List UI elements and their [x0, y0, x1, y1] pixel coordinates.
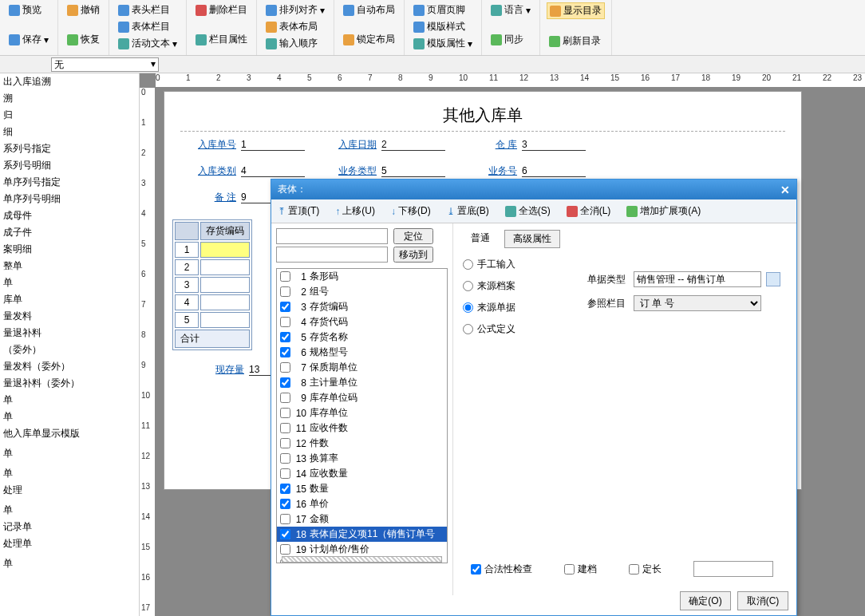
bottom-button[interactable]: ⤓置底(B): [444, 203, 492, 219]
field-item[interactable]: 6规格型号: [277, 345, 447, 360]
field-item[interactable]: 3存货编码: [277, 299, 447, 314]
cancel-button[interactable]: 取消(C): [737, 591, 788, 610]
field-checkbox[interactable]: [280, 286, 290, 297]
fixed-len-input[interactable]: [693, 561, 773, 577]
row-num[interactable]: 3: [175, 277, 199, 293]
sidebar-item[interactable]: 量退补料（委外）: [0, 375, 139, 392]
sidebar-item[interactable]: （委外）: [0, 342, 139, 358]
sidebar-item[interactable]: 细: [0, 124, 139, 140]
sidebar-item[interactable]: 单序列号明细: [0, 191, 139, 207]
field-item[interactable]: 7保质期单位: [277, 360, 447, 375]
field-item[interactable]: 9库存单位码: [277, 390, 447, 405]
radio-manual[interactable]: 手工输入: [463, 258, 787, 271]
input-order-button[interactable]: 输入顺序: [263, 36, 327, 51]
moveto-button[interactable]: 移动到: [393, 247, 433, 263]
sidebar-item[interactable]: 系列号指定: [0, 140, 139, 157]
sidebar-item[interactable]: 单: [0, 274, 139, 291]
field-checkbox[interactable]: [280, 499, 290, 509]
sidebar-item[interactable]: 单: [0, 465, 139, 482]
tab-normal[interactable]: 普通: [463, 230, 498, 248]
clear-all-button[interactable]: 全消(L): [563, 203, 614, 219]
field-item[interactable]: 2组号: [277, 284, 447, 299]
sidebar-item[interactable]: 归: [0, 107, 139, 124]
sidebar-item[interactable]: 量退补料: [0, 325, 139, 342]
field-value[interactable]: 6: [522, 165, 586, 177]
field-item[interactable]: 13换算率: [277, 451, 447, 466]
show-toc-button[interactable]: 显示目录: [547, 2, 605, 19]
row-num[interactable]: 2: [175, 259, 199, 275]
field-checkbox[interactable]: [280, 468, 290, 479]
table-cell[interactable]: [200, 312, 250, 328]
ref-col-select[interactable]: 订 单 号: [634, 295, 761, 311]
sidebar-item[interactable]: 处理: [0, 482, 139, 499]
add-ext-button[interactable]: 增加扩展项(A): [623, 203, 704, 219]
field-checkbox[interactable]: [280, 544, 290, 555]
sidebar-item[interactable]: 量发料（委外）: [0, 358, 139, 375]
sidebar-item[interactable]: 单: [0, 555, 139, 572]
validity-check[interactable]: 合法性检查: [471, 563, 532, 576]
lookup-icon[interactable]: [766, 272, 780, 286]
field-checkbox[interactable]: [280, 347, 290, 357]
field-checkbox[interactable]: [280, 302, 290, 312]
up-button[interactable]: ↑上移(U): [332, 203, 378, 219]
sidebar-item[interactable]: 他入库单显示模版: [0, 425, 139, 442]
undo-button[interactable]: 撤销: [65, 2, 102, 18]
save-button[interactable]: 保存 ▾: [6, 32, 51, 47]
resize-handle[interactable]: [282, 556, 442, 563]
table-cell[interactable]: [200, 259, 250, 275]
row-num[interactable]: 1: [175, 242, 199, 258]
field-item[interactable]: 14应收数量: [277, 466, 447, 481]
ok-button[interactable]: 确定(O): [680, 591, 731, 610]
sidebar-item[interactable]: 单: [0, 445, 139, 462]
sidebar-item[interactable]: 单序列号指定: [0, 174, 139, 191]
field-item[interactable]: 12件数: [277, 436, 447, 451]
field-checkbox[interactable]: [280, 393, 290, 403]
style-dropdown[interactable]: 无▾: [51, 57, 159, 72]
sidebar-item[interactable]: 出入库追溯: [0, 73, 139, 90]
tab-advanced[interactable]: 高级属性: [504, 230, 560, 248]
sidebar-item[interactable]: 单: [0, 392, 139, 409]
field-item[interactable]: 10库存单位: [277, 405, 447, 421]
field-item[interactable]: 8主计量单位: [277, 375, 447, 390]
header-col-button[interactable]: 表头栏目: [116, 2, 180, 18]
active-text-button[interactable]: 活动文本 ▾: [116, 36, 180, 51]
field-value[interactable]: 2: [381, 139, 445, 151]
header-footer-button[interactable]: 页眉页脚: [411, 2, 475, 18]
field-list[interactable]: 1条形码2组号3存货编码4存货代码5存货名称6规格型号7保质期单位8主计量单位9…: [276, 268, 448, 563]
sidebar-item[interactable]: 单: [0, 409, 139, 425]
table-cell[interactable]: [200, 277, 250, 293]
field-value[interactable]: 5: [381, 165, 445, 177]
sidebar-item[interactable]: 整单: [0, 258, 139, 274]
dialog-titlebar[interactable]: 表体： ✕: [271, 180, 796, 199]
down-button[interactable]: ↓下移(D): [388, 203, 434, 219]
sync-button[interactable]: 同步: [488, 32, 533, 47]
tmpl-style-button[interactable]: 模版样式: [411, 19, 475, 34]
field-checkbox[interactable]: [280, 514, 290, 524]
language-button[interactable]: 语言 ▾: [488, 2, 533, 18]
field-checkbox[interactable]: [280, 271, 290, 282]
field-checkbox[interactable]: [280, 408, 290, 418]
lock-layout-button[interactable]: 锁定布局: [341, 32, 397, 47]
field-value[interactable]: 4: [241, 165, 305, 177]
moveto-input[interactable]: [276, 247, 388, 263]
field-checkbox[interactable]: [280, 423, 290, 433]
locate-input[interactable]: [276, 228, 388, 244]
restore-button[interactable]: 恢复: [65, 32, 102, 47]
bill-type-input[interactable]: [634, 271, 761, 287]
sidebar-item[interactable]: 库单: [0, 291, 139, 308]
del-col-button[interactable]: 删除栏目: [193, 2, 250, 18]
field-item[interactable]: 5存货名称: [277, 330, 447, 345]
field-item[interactable]: 1条形码: [277, 269, 447, 284]
field-item[interactable]: 16单价: [277, 496, 447, 511]
col-props-button[interactable]: 栏目属性: [193, 32, 250, 47]
select-all-button[interactable]: 全选(S): [502, 203, 554, 219]
field-item[interactable]: 17金额: [277, 511, 447, 527]
locate-button[interactable]: 定位: [393, 228, 433, 244]
field-item[interactable]: 4存货代码: [277, 314, 447, 330]
row-num[interactable]: 4: [175, 294, 199, 310]
archive-check[interactable]: 建档: [564, 563, 597, 576]
table-cell[interactable]: [200, 242, 250, 258]
field-checkbox[interactable]: [280, 332, 290, 342]
radio-formula[interactable]: 公式定义: [463, 322, 787, 336]
field-checkbox[interactable]: [280, 377, 290, 388]
